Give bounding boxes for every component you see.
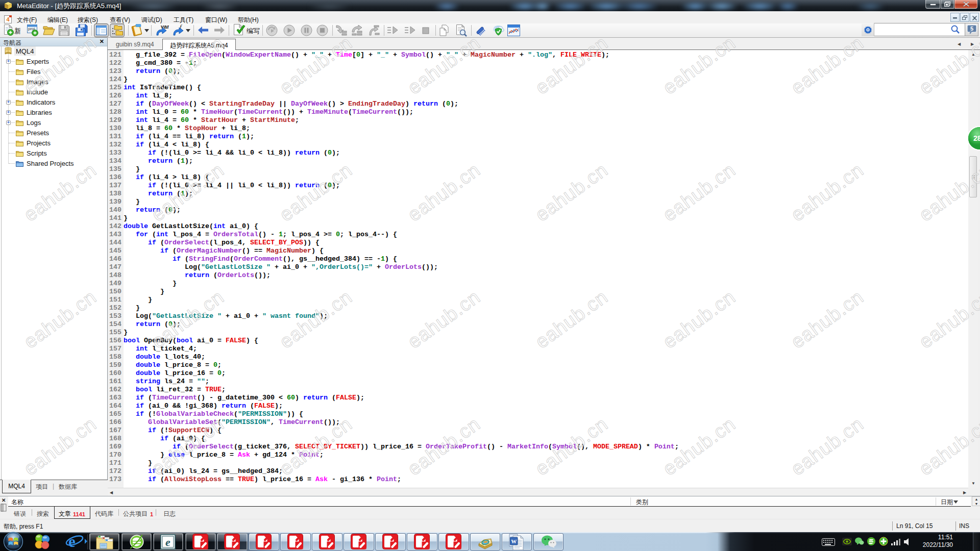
svg-text:e: e xyxy=(68,533,76,550)
svg-text:W: W xyxy=(511,538,517,544)
svg-text:28: 28 xyxy=(973,134,980,142)
svg-text:5: 5 xyxy=(970,26,973,32)
svg-text:e: e xyxy=(165,536,170,548)
svg-text:var: var xyxy=(161,24,169,30)
